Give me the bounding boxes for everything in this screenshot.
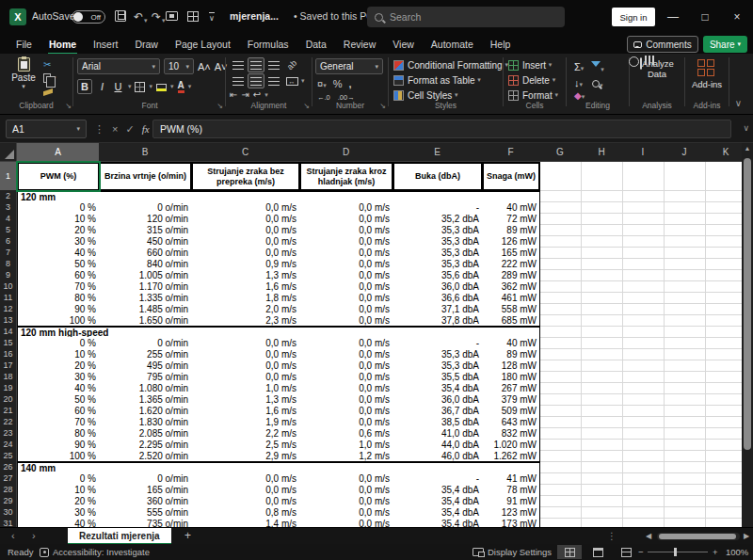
cell-B31[interactable]: 735 o/min — [99, 518, 192, 527]
accessibility-status[interactable]: Accessibility: Investigate — [40, 544, 150, 560]
wrap-dropdown-icon[interactable]: ▾ — [264, 91, 268, 99]
add-sheet-icon[interactable]: + — [184, 529, 191, 542]
cut-icon[interactable]: ✂ — [43, 58, 51, 70]
name-box[interactable]: A1 ▾ — [6, 120, 87, 138]
column-header-i[interactable]: I — [622, 143, 665, 162]
zoom-in-icon[interactable]: + — [713, 544, 718, 560]
scroll-right-icon[interactable]: ▶ — [744, 532, 749, 540]
accounting-format-icon[interactable]: ¤▾ — [317, 78, 327, 89]
save-icon[interactable] — [115, 10, 126, 22]
align-right-button[interactable] — [265, 73, 282, 88]
vertical-scrollbar[interactable]: ▲ — [742, 143, 753, 527]
cell-D31[interactable]: 0,0 m/s — [299, 518, 393, 527]
cancel-formula-icon[interactable]: × — [112, 123, 118, 135]
page-layout-view-button[interactable] — [585, 545, 610, 559]
cell-F31[interactable]: 173 mW — [482, 518, 540, 527]
borders-dropdown-icon[interactable]: ▾ — [149, 83, 152, 90]
delete-cells-button[interactable]: Delete ▾ — [508, 73, 555, 87]
search-input[interactable]: Search — [367, 7, 565, 27]
font-color-dropdown-icon[interactable]: ▾ — [188, 83, 192, 90]
share-button[interactable]: Share ▾ — [703, 36, 747, 53]
sign-in-button[interactable]: Sign in — [612, 8, 655, 26]
fill-color-icon[interactable] — [156, 84, 167, 91]
tab-scrollbar-handle-icon[interactable]: ⋮ — [607, 531, 617, 541]
cell-E1[interactable]: Buka (dbA) — [393, 162, 483, 191]
comma-style-icon[interactable]: , — [348, 78, 351, 89]
column-header-k[interactable]: K — [705, 143, 742, 162]
sheet-tab-rezultati-mjerenja[interactable]: Rezultati mjerenja — [68, 528, 171, 545]
undo-dropdown-icon[interactable]: ▾ — [144, 13, 148, 28]
zoom-level[interactable]: 100% — [726, 544, 748, 560]
clipboard-dialog-launcher-icon[interactable]: ↘ — [65, 102, 72, 110]
merge-dropdown-icon[interactable]: ▾ — [301, 77, 305, 85]
close-button[interactable]: × — [721, 0, 753, 34]
column-header-a[interactable]: A — [17, 143, 100, 162]
column-header-h[interactable]: H — [581, 143, 623, 162]
cell-A31[interactable]: 40 % — [17, 518, 100, 527]
menu-tab-file[interactable]: File — [8, 36, 40, 53]
menu-tab-home[interactable]: Home — [40, 36, 85, 53]
underline-dropdown-icon[interactable]: ▾ — [128, 83, 132, 90]
cell-F1[interactable]: Snaga (mW) — [482, 162, 540, 191]
menu-tab-formulas[interactable]: Formulas — [239, 36, 297, 53]
screen-clipping-icon[interactable] — [166, 11, 178, 21]
decrease-indent-icon[interactable]: ⇤ — [230, 89, 237, 100]
next-sheet-icon[interactable]: › — [32, 530, 36, 541]
zoom-slider[interactable] — [648, 552, 708, 552]
number-format-select[interactable]: General▾ — [315, 58, 383, 74]
alignment-dialog-launcher-icon[interactable]: ↘ — [303, 102, 310, 110]
zoom-slider-thumb[interactable] — [674, 548, 677, 556]
fill-button[interactable]: ↓▾ — [574, 77, 583, 88]
column-header-d[interactable]: D — [299, 143, 393, 162]
zoom-out-icon[interactable]: − — [638, 544, 644, 560]
font-name-select[interactable]: Arial▾ — [77, 58, 160, 74]
orientation-button[interactable]: ab — [283, 57, 300, 72]
redo-icon[interactable]: ↷ — [152, 9, 161, 24]
bold-button[interactable]: B — [77, 79, 92, 94]
minimize-button[interactable]: — — [657, 0, 689, 34]
underline-button[interactable]: U — [112, 79, 124, 94]
row-header-31[interactable]: 31 — [0, 518, 17, 527]
align-middle-button[interactable] — [248, 57, 264, 72]
font-dialog-launcher-icon[interactable]: ↘ — [216, 102, 223, 110]
scroll-up-icon[interactable]: ▲ — [742, 145, 753, 152]
format-as-table-button[interactable]: Format as Table ▾ — [393, 73, 481, 87]
paste-button[interactable]: Paste ▾ — [8, 57, 40, 99]
expand-formula-bar-icon[interactable]: ∨ — [743, 123, 749, 133]
align-left-button[interactable] — [230, 73, 247, 88]
clear-button[interactable]: ◆▾ — [574, 90, 585, 101]
column-header-e[interactable]: E — [393, 143, 483, 162]
menu-tab-draw[interactable]: Draw — [126, 36, 167, 53]
autosave-toggle[interactable]: Off — [72, 10, 105, 24]
normal-view-button[interactable] — [557, 545, 582, 559]
column-header-j[interactable]: J — [664, 143, 706, 162]
excel-app-icon[interactable]: X — [9, 8, 26, 25]
grow-font-button[interactable]: A˄ — [198, 59, 211, 74]
align-top-button[interactable] — [230, 57, 247, 72]
sort-filter-button[interactable]: ▾ — [591, 58, 604, 75]
insert-function-icon[interactable]: fx — [142, 123, 150, 135]
previous-sheet-icon[interactable]: ‹ — [11, 530, 15, 541]
increase-indent-icon[interactable]: ⇥ — [241, 89, 248, 100]
align-bottom-button[interactable] — [265, 57, 282, 72]
font-size-select[interactable]: 10▾ — [164, 58, 194, 74]
conditional-formatting-button[interactable]: Conditional Formatting ▾ — [393, 58, 508, 72]
align-center-button[interactable] — [248, 73, 264, 88]
document-title[interactable]: mjerenja... — [230, 10, 279, 22]
column-header-b[interactable]: B — [99, 143, 192, 162]
fill-color-dropdown-icon[interactable]: ▾ — [170, 83, 174, 90]
cell-C1[interactable]: Strujanje zraka bez prepreka (m/s) — [191, 162, 300, 191]
font-color-icon[interactable]: A — [178, 81, 184, 93]
cell-E31[interactable]: 35,4 dbA — [393, 518, 483, 527]
row-header-1[interactable]: 1 — [0, 162, 17, 191]
formula-input[interactable]: PWM (%) — [152, 120, 731, 138]
menu-tab-page-layout[interactable]: Page Layout — [167, 36, 239, 53]
column-header-g[interactable]: G — [539, 143, 582, 162]
vertical-scrollbar-thumb[interactable] — [744, 158, 751, 450]
quick-access-options-icon[interactable]: ∨ — [209, 12, 215, 23]
borders-icon[interactable] — [135, 82, 145, 92]
undo-icon[interactable]: ↶ — [134, 9, 143, 24]
column-header-f[interactable]: F — [482, 143, 540, 162]
menu-tab-help[interactable]: Help — [482, 36, 520, 53]
menu-tab-automate[interactable]: Automate — [423, 36, 482, 53]
